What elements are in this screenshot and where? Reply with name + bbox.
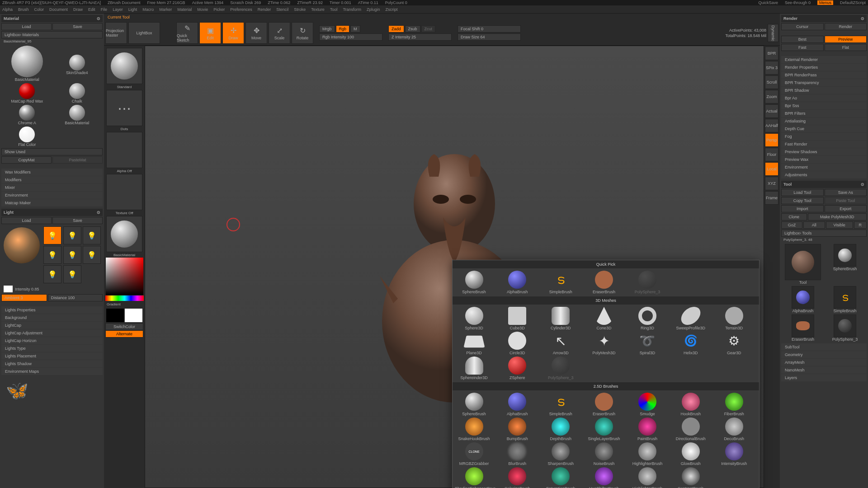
alpha-preview[interactable]: [106, 132, 142, 168]
mesh-sphereinder3d[interactable]: Sphereinder3D: [455, 357, 493, 380]
pastemat-button[interactable]: PasteMat: [52, 156, 103, 164]
light-color-swatch[interactable]: [4, 286, 13, 292]
lightcap-adj-section[interactable]: LightCap Adjustment: [1, 329, 103, 337]
menu-file[interactable]: File: [101, 7, 108, 12]
brush-saturation[interactable]: SaturationBrush: [542, 467, 580, 488]
mesh-cube3d[interactable]: Cube3D: [498, 307, 537, 330]
preview-button[interactable]: Preview: [825, 36, 867, 43]
cursor-button[interactable]: Cursor: [781, 23, 824, 30]
bpr-button[interactable]: BPR: [765, 47, 778, 60]
color-picker[interactable]: [105, 257, 144, 296]
wax-modifiers-section[interactable]: Wax Modifiers: [1, 169, 103, 176]
pin-icon[interactable]: ⊙: [861, 182, 864, 187]
brush-shading[interactable]: ShadingEnhancerBrus: [455, 467, 493, 488]
frame-button[interactable]: Frame: [765, 191, 778, 205]
light-8-button[interactable]: 💡: [63, 265, 81, 283]
bpr-filters-section[interactable]: BPR Filters: [781, 110, 867, 117]
mesh-sphere3d[interactable]: Sphere3D: [455, 307, 493, 330]
mesh-polysphere[interactable]: PolySphere_3: [542, 357, 580, 380]
qp-alpha[interactable]: AlphaBrush: [498, 271, 537, 294]
bpr-shadow-section[interactable]: BPR Shadow: [781, 87, 867, 94]
material-load-button[interactable]: Load: [1, 23, 52, 30]
gradient-label[interactable]: Gradient: [105, 301, 143, 308]
edit-button[interactable]: ▣Edit: [199, 22, 221, 44]
fog-section[interactable]: Fog: [781, 133, 867, 140]
mesh-plane3d[interactable]: Plane3D: [455, 332, 493, 355]
save-as-button[interactable]: Save As: [825, 189, 867, 196]
goz-visible-button[interactable]: Visible: [826, 221, 853, 229]
quicksketch-button[interactable]: ✎Quick Sketch: [176, 22, 198, 44]
bpr-sss-section[interactable]: Bpr Sss: [781, 102, 867, 109]
tool-header[interactable]: Tool⊙: [781, 181, 867, 188]
mrgb-button[interactable]: Mrgb: [319, 25, 335, 33]
zsub-button[interactable]: Zsub: [405, 25, 420, 33]
brush-glow[interactable]: GlowBrush: [671, 442, 710, 466]
light-header[interactable]: Light⊙: [1, 209, 103, 216]
default-script[interactable]: DefaultZScript: [840, 0, 866, 5]
zadd-button[interactable]: Zadd: [388, 25, 404, 33]
external-renderer-section[interactable]: External Renderer: [781, 56, 867, 63]
projection-master-button[interactable]: Projection Master: [105, 22, 127, 44]
show-used-button[interactable]: Show Used: [1, 148, 103, 155]
menu-marker[interactable]: Marker: [159, 7, 172, 12]
light-load-button[interactable]: Load: [1, 217, 52, 224]
import-button[interactable]: Import: [781, 205, 824, 212]
mesh-cylinder3d[interactable]: Cylinder3D: [542, 307, 580, 330]
mesh-terrain3d[interactable]: Terrain3D: [715, 307, 753, 330]
distance-slider[interactable]: Distance 100: [48, 294, 103, 301]
local-button[interactable]: Local: [765, 162, 778, 176]
menu-material[interactable]: Material: [177, 7, 192, 12]
focal-shift-slider[interactable]: Focal Shift 0: [458, 25, 521, 33]
lightbox-materials-button[interactable]: Lightbox› Materials: [1, 31, 103, 38]
dynamic-button[interactable]: Dynamic: [768, 24, 778, 42]
mesh-circle3d[interactable]: Circle3D: [498, 332, 537, 355]
brush-hueshifter[interactable]: HueShifterBrush: [585, 467, 623, 488]
brush-blur[interactable]: BlurBrush: [498, 442, 537, 466]
light-7-button[interactable]: 💡: [43, 265, 61, 283]
mixer-section[interactable]: Mixer: [1, 184, 103, 191]
layers-section[interactable]: Layers: [781, 374, 867, 381]
lights-type-section[interactable]: Lights Type: [1, 345, 103, 352]
material-matcap-red[interactable]: MatCap Red Wax: [3, 83, 52, 103]
lightcap-horizon-section[interactable]: LightCap Horizon: [1, 337, 103, 344]
light-1-button[interactable]: 💡: [43, 226, 61, 244]
menu-tool[interactable]: Tool: [330, 7, 338, 12]
clone-button[interactable]: Clone: [781, 213, 807, 221]
zoom-button[interactable]: Zoom: [765, 90, 778, 103]
best-button[interactable]: Best: [781, 36, 824, 43]
brush-hook[interactable]: HookBrush: [671, 393, 710, 416]
tool-current[interactable]: Tool: [783, 244, 823, 285]
background-section[interactable]: Background: [1, 314, 103, 321]
scale-button[interactable]: ⤢Scale: [269, 22, 290, 44]
aahalf-button[interactable]: AAHalf: [765, 119, 778, 132]
render-properties-section[interactable]: Render Properties: [781, 64, 867, 71]
brush-alpha[interactable]: AlphaBrush: [498, 393, 537, 416]
tool-simple[interactable]: ടSimpleBrush: [825, 286, 865, 313]
light-5-button[interactable]: 💡: [63, 246, 81, 264]
bpr-ao-section[interactable]: Bpr Ao: [781, 94, 867, 102]
mesh-ring3d[interactable]: Ring3D: [628, 307, 666, 330]
render-button[interactable]: Render: [825, 23, 867, 30]
material-chalk[interactable]: Chalk: [53, 83, 102, 103]
light-3-button[interactable]: 💡: [83, 226, 101, 244]
light-preview[interactable]: [4, 227, 40, 263]
load-tool-button[interactable]: Load Tool: [781, 189, 824, 196]
tool-polysphere[interactable]: PolySphere_3: [825, 314, 865, 342]
mesh-cone3d[interactable]: Cone3D: [585, 307, 623, 330]
matcap-maker-section[interactable]: Matcap Maker: [1, 199, 103, 206]
mesh-spiral3d[interactable]: ➰Spiral3D: [628, 332, 666, 355]
brush-highlighter[interactable]: HighlighterBrush: [628, 442, 666, 466]
hue-slider[interactable]: [105, 296, 144, 301]
brush-preview[interactable]: [106, 48, 142, 84]
mesh-gear3d[interactable]: ⚙Gear3D: [715, 332, 753, 355]
draw-size-slider[interactable]: Draw Size 64: [458, 33, 521, 41]
brush-sphere[interactable]: SphereBrush: [455, 393, 493, 416]
brush-simple[interactable]: ടSimpleBrush: [542, 393, 580, 416]
render-environment-section[interactable]: Environment: [781, 164, 867, 171]
goz-r-button[interactable]: R: [854, 221, 867, 229]
depth-cue-section[interactable]: Depth Cue: [781, 125, 867, 132]
brush-colorize[interactable]: ColorizeBrush: [498, 467, 537, 488]
lightbox-button[interactable]: LightBox: [128, 22, 160, 44]
draw-button[interactable]: ✢Draw: [222, 22, 244, 44]
mesh-polymesh3d[interactable]: ✦PolyMesh3D: [585, 332, 623, 355]
